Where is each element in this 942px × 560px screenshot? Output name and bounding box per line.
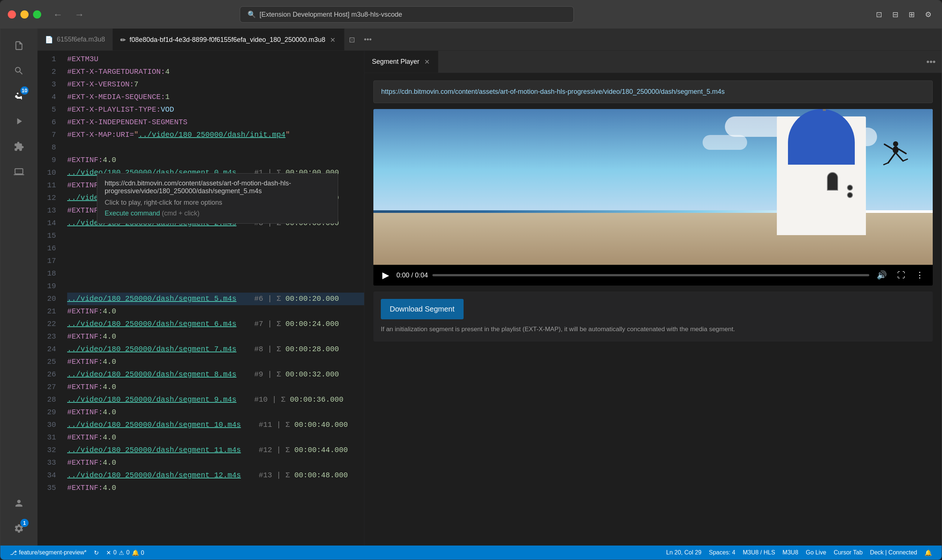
execute-command-link[interactable]: Execute command [105, 209, 160, 217]
activity-explorer[interactable] [8, 34, 30, 57]
status-left: ⎇ feature/segment-preview* ↻ ✕ 0 ⚠ 0 🔔 0 [6, 549, 148, 556]
video-preview [373, 109, 933, 265]
tab-active[interactable]: ✏ f08e80da-bf1d-4e3d-8899-f0f6155f6efa_v… [113, 29, 344, 51]
encoding-text: M3U8 / HLS [743, 549, 775, 556]
deck-indicator[interactable]: Deck | Connected [866, 549, 921, 556]
code-line-9: #EXTINF:4.0 [67, 154, 364, 166]
svg-line-7 [903, 159, 908, 161]
code-lines: #EXTM3U #EXT-X-TARGETDURATION:4 #EXT-X-V… [63, 51, 364, 546]
video-controls: ▶ 0:00 / 0:04 🔊 ⛶ [373, 265, 933, 286]
code-line-22: ../video/180_250000/dash/segment_6.m4s #… [67, 318, 364, 331]
titlebar-actions: ⊡ ⊟ ⊞ ⚙ [873, 9, 934, 20]
spaces-indicator[interactable]: Spaces: 4 [705, 549, 739, 556]
code-content: 12345 678910 1112131415 1617181920 21222… [37, 51, 364, 546]
cursor-position[interactable]: Ln 20, Col 29 [663, 549, 705, 556]
go-live-button[interactable]: Go Live [802, 549, 830, 556]
code-line-20: ../video/180_250000/dash/segment_5.m4s #… [67, 292, 364, 305]
window-circle-2 [847, 192, 853, 198]
svg-line-3 [899, 149, 906, 154]
encoding2-indicator[interactable]: M3U8 [779, 549, 802, 556]
play-button[interactable]: ▶ [379, 269, 392, 282]
activity-bar [0, 29, 37, 546]
activity-search[interactable] [8, 60, 30, 82]
code-line-24: ../video/180_250000/dash/segment_7.m4s #… [67, 343, 364, 355]
error-icon: ✕ [106, 549, 111, 556]
status-errors[interactable]: ✕ 0 ⚠ 0 🔔 0 [102, 549, 148, 556]
code-line-15 [67, 229, 364, 242]
code-line-6: #EXT-X-INDEPENDENT-SEGMENTS [67, 116, 364, 129]
tab-bar: 📄 6155f6efa.m3u8 ✏ f08e80da-bf1d-4e3d-88… [37, 29, 942, 51]
activity-extensions[interactable] [8, 135, 30, 158]
cursor-tab-text: Cursor Tab [834, 549, 863, 556]
layout2-icon[interactable]: ⊞ [906, 9, 918, 20]
code-line-28: ../video/180_250000/dash/segment_9.m4s #… [67, 394, 364, 406]
svg-point-0 [893, 146, 899, 154]
segment-player-panel: Segment Player ✕ ••• https://cdn.bitmovi… [364, 51, 942, 546]
cursor-tab-indicator[interactable]: Cursor Tab [830, 549, 866, 556]
minimize-button[interactable] [20, 11, 29, 18]
close-button[interactable] [8, 11, 16, 18]
code-line-26: ../video/180_250000/dash/segment_8.m4s #… [67, 368, 364, 381]
activity-account[interactable] [8, 492, 30, 514]
download-note: If an initialization segment is present … [381, 325, 925, 334]
volume-button[interactable]: 🔊 [874, 269, 890, 282]
tab-inactive[interactable]: 📄 6155f6efa.m3u8 [37, 29, 113, 51]
code-line-7: #EXT-X-MAP:URI="../video/180_250000/dash… [67, 129, 364, 141]
search-icon: 🔍 [248, 11, 256, 18]
maximize-button[interactable] [33, 11, 41, 18]
tooltip-url: https://cdn.bitmovin.com/content/assets/… [105, 180, 330, 195]
player-content: https://cdn.bitmovin.com/content/assets/… [364, 73, 942, 546]
code-line-27: #EXTINF:4.0 [67, 381, 364, 394]
tooltip-cmd[interactable]: Execute command (cmd + click) [105, 209, 330, 217]
code-line-35: #EXTINF:4.0 [67, 482, 364, 494]
tab-split-button[interactable]: ⊡ [344, 29, 360, 51]
line-numbers: 12345 678910 1112131415 1617181920 21222… [37, 51, 63, 546]
tab-more-button[interactable]: ••• [360, 29, 376, 51]
download-segment-button[interactable]: Download Segment [381, 299, 464, 319]
fullscreen-button[interactable]: ⛶ [894, 269, 908, 282]
vscode-window: ← → 🔍 [Extension Development Host] m3u8-… [0, 0, 942, 560]
progress-bar[interactable] [432, 274, 869, 276]
back-button[interactable]: ← [50, 8, 66, 22]
code-line-8 [67, 141, 364, 154]
activity-source-control[interactable] [8, 85, 30, 107]
main-area: 📄 6155f6efa.m3u8 ✏ f08e80da-bf1d-4e3d-88… [0, 29, 942, 546]
tab-close-button[interactable]: ✕ [329, 36, 337, 44]
panel-tab-more[interactable]: ••• [920, 51, 942, 73]
address-bar[interactable]: 🔍 [Extension Development Host] m3u8-hls-… [240, 6, 574, 23]
forward-button[interactable]: → [72, 8, 87, 22]
tab-label-inactive: 6155f6efa.m3u8 [57, 35, 105, 43]
segment-url-display: https://cdn.bitmovin.com/content/assets/… [373, 80, 933, 103]
svg-line-4 [888, 154, 895, 163]
notifications-button[interactable]: 🔔 [921, 549, 936, 556]
svg-line-5 [896, 154, 903, 161]
activity-run[interactable] [8, 110, 30, 132]
spaces-text: Spaces: 4 [709, 549, 735, 556]
more-options-button[interactable]: ⋮ [913, 269, 927, 282]
address-text: [Extension Development Host] m3u8-hls-vs… [259, 11, 402, 18]
segment-player-tab[interactable]: Segment Player ✕ [364, 51, 438, 73]
tooltip-cmd-shortcut: (cmd + click) [162, 209, 200, 217]
segment-player-tab-close[interactable]: ✕ [423, 58, 430, 66]
video-time: 0:00 / 0:04 [396, 271, 428, 279]
layout-icon[interactable]: ⊟ [890, 9, 902, 20]
status-sync[interactable]: ↻ [90, 549, 102, 556]
code-line-31: #EXTINF:4.0 [67, 431, 364, 444]
activity-settings[interactable] [8, 517, 30, 540]
bell-icon: 🔔 [925, 549, 932, 556]
branch-name: feature/segment-preview* [19, 549, 86, 556]
info-count: 🔔 0 [132, 549, 144, 556]
panel-tab-bar: Segment Player ✕ ••• [364, 51, 942, 73]
encoding-indicator[interactable]: M3U8 / HLS [739, 549, 779, 556]
window-circle-1 [847, 185, 853, 191]
warning-icon: ⚠ [119, 549, 124, 556]
cloud-4 [703, 135, 747, 150]
code-line-29: #EXTINF:4.0 [67, 406, 364, 419]
edit-icon: ✏ [120, 36, 126, 44]
split-editor-icon[interactable]: ⊡ [873, 9, 885, 20]
go-live-text: Go Live [806, 549, 826, 556]
activity-remote[interactable] [8, 161, 30, 183]
jumper-silhouette [881, 139, 910, 176]
git-branch[interactable]: ⎇ feature/segment-preview* [6, 549, 90, 556]
settings-icon[interactable]: ⚙ [922, 9, 934, 20]
